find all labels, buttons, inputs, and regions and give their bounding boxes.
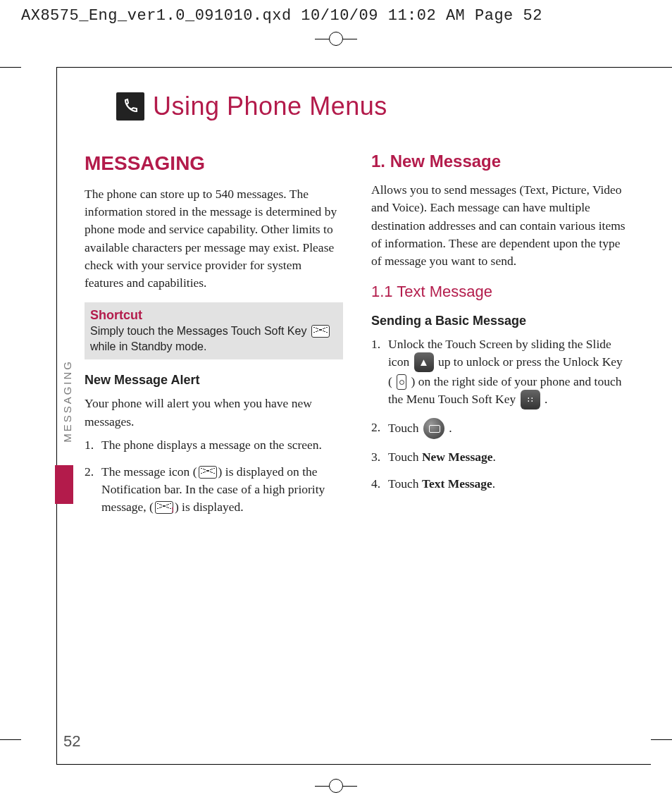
messaging-intro: The phone can store up to 540 messages. …: [85, 185, 343, 292]
send-steps: Unlock the Touch Screen by sliding the S…: [371, 335, 630, 493]
shortcut-box: Shortcut Simply touch the Messages Touch…: [85, 302, 343, 359]
s4a: Touch: [388, 476, 422, 491]
heading-new-message: 1. New Message: [371, 149, 630, 174]
s4b: Text Message: [422, 476, 492, 491]
s3b: New Message: [422, 450, 493, 464]
heading-messaging: MESSAGING: [85, 149, 343, 178]
heading-new-message-alert: New Message Alert: [85, 371, 343, 389]
send-step-1: Unlock the Touch Screen by sliding the S…: [371, 335, 630, 411]
page-number: 52: [63, 732, 80, 751]
alert-step-2: The message icon () is displayed on the …: [85, 463, 343, 517]
envelope-icon: [199, 466, 217, 479]
s3c: .: [492, 450, 495, 464]
shortcut-text-b: while in Standby mode.: [90, 340, 206, 352]
side-tab-label: MESSAGING: [61, 359, 73, 443]
alert-steps: The phone displays a message on the scre…: [85, 436, 343, 517]
s4c: .: [492, 476, 495, 491]
messages-key-icon: [423, 418, 444, 439]
shortcut-text-a: Simply touch the Messages Touch Soft Key: [90, 325, 310, 337]
heading-text-message: 1.1 Text Message: [371, 281, 630, 303]
crop-mark-top: [0, 28, 672, 49]
page-content: MESSAGING 52 Using Phone Menus MESSAGING…: [85, 92, 630, 744]
alert-2a: The message icon (: [101, 464, 197, 479]
new-message-intro: Allows you to send messages (Text, Pictu…: [371, 181, 630, 271]
print-header: AX8575_Eng_ver1.0_091010.qxd 10/10/09 11…: [0, 0, 672, 29]
s1c: ) on the right side of your phone and to…: [388, 374, 621, 406]
send-step-2: Touch .: [371, 419, 630, 440]
alert-step-1: The phone displays a message on the scre…: [85, 436, 343, 454]
slide-up-icon: ▲: [414, 352, 434, 372]
envelope-icon: [311, 325, 330, 338]
crop-mark-bottom: [0, 775, 672, 796]
s1d: .: [542, 392, 548, 406]
menu-grid-icon: ∷: [521, 390, 540, 409]
right-column: 1. New Message Allows you to send messag…: [371, 149, 630, 525]
shortcut-title: Shortcut: [90, 307, 337, 324]
chapter-title: Using Phone Menus: [153, 92, 387, 121]
s2b: .: [446, 421, 452, 435]
left-column: MESSAGING The phone can store up to 540 …: [85, 149, 343, 525]
unlock-key-icon: [397, 374, 406, 390]
s3a: Touch: [388, 450, 422, 464]
priority-envelope-icon: [155, 501, 173, 514]
crop-mark-right: [651, 67, 672, 740]
crop-mark-left: [0, 67, 21, 740]
alert-2c: ) is displayed.: [175, 500, 244, 514]
side-tab-accent: [55, 465, 73, 504]
phone-icon: [116, 92, 144, 121]
alert-intro: Your phone will alert you when you have …: [85, 395, 343, 431]
subheading-sending-basic: Sending a Basic Message: [371, 312, 630, 330]
send-step-3: Touch New Message.: [371, 448, 630, 466]
chapter-title-row: Using Phone Menus: [116, 92, 630, 121]
send-step-4: Touch Text Message.: [371, 475, 630, 493]
s2a: Touch: [388, 421, 422, 435]
